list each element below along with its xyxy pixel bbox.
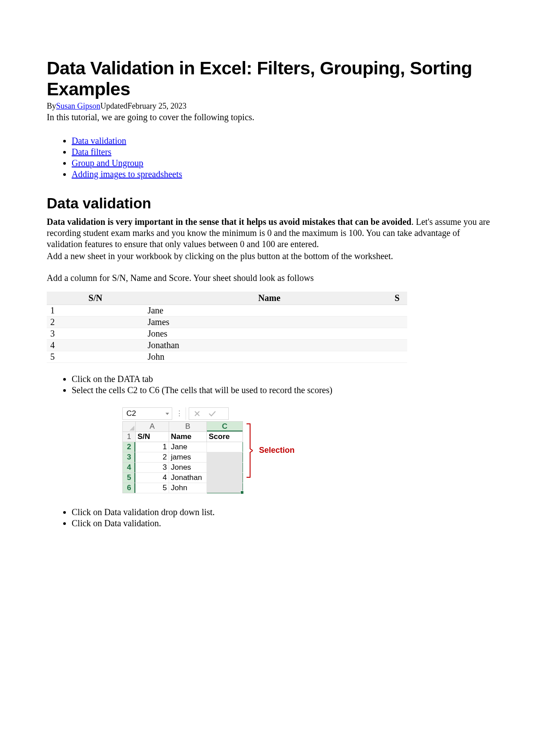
excel-cell[interactable]: 1: [136, 442, 169, 452]
byline: BySusan GipsonUpdatedFebruary 25, 2023: [47, 102, 494, 111]
steps-list-1: Click on the DATA tab Select the cells C…: [47, 374, 494, 396]
list-item: Select the cells C2 to C6 (The cells tha…: [72, 385, 494, 396]
steps-list-2: Click on Data validation drop down list.…: [47, 507, 494, 529]
toc-link-validation[interactable]: Data validation: [72, 136, 126, 146]
excel-cell[interactable]: 2: [136, 452, 169, 463]
name-box-value: C2: [126, 409, 136, 418]
row-header[interactable]: 1: [123, 432, 136, 442]
table-row: 5John: [47, 351, 407, 363]
excel-cell[interactable]: Jane: [169, 442, 207, 452]
list-item: Click on the DATA tab: [72, 374, 494, 385]
toc-link-images[interactable]: Adding images to spreadsheets: [72, 169, 182, 179]
updated-date: February 25, 2023: [128, 102, 186, 110]
excel-cell[interactable]: Jones: [169, 463, 207, 473]
resize-handle-icon[interactable]: ⋮: [175, 407, 186, 420]
paragraph-3: Add a column for S/N, Name and Score. Yo…: [47, 272, 494, 284]
para1-bold: Data validation is very important in the…: [47, 217, 412, 227]
excel-cell[interactable]: 3: [136, 463, 169, 473]
col-header-a[interactable]: A: [136, 422, 169, 432]
byline-by: By: [47, 102, 56, 110]
excel-cell[interactable]: 5: [136, 483, 169, 493]
table-header-score: S: [395, 292, 407, 305]
formula-buttons: [189, 407, 229, 420]
excel-cell[interactable]: Score: [207, 432, 243, 442]
col-header-b[interactable]: B: [169, 422, 207, 432]
dropdown-icon: [166, 413, 169, 415]
excel-cell-selected[interactable]: [207, 483, 243, 493]
example-table: S/N Name S 1Jane 2James 3Jones 4Jonathan…: [47, 292, 407, 363]
row-header[interactable]: 2: [123, 442, 136, 452]
table-row: 2James: [47, 317, 407, 328]
excel-cell-selected[interactable]: [207, 463, 243, 473]
excel-cell[interactable]: Name: [169, 432, 207, 442]
updated-label: Updated: [101, 102, 128, 110]
toc-link-filters[interactable]: Data filters: [72, 147, 111, 157]
row-header[interactable]: 5: [123, 473, 136, 483]
row-header[interactable]: 3: [123, 452, 136, 463]
intro-text: In this tutorial, we are going to cover …: [47, 112, 494, 123]
table-header-name: Name: [144, 292, 395, 305]
table-header-sn: S/N: [47, 292, 144, 305]
table-row: 3Jones: [47, 328, 407, 340]
toc-link-group[interactable]: Group and Ungroup: [72, 158, 143, 168]
excel-cell[interactable]: 4: [136, 473, 169, 483]
paragraph-2: Add a new sheet in your workbook by clic…: [47, 251, 494, 262]
excel-cell[interactable]: Jonathan: [169, 473, 207, 483]
col-header-c[interactable]: C: [207, 422, 243, 432]
excel-cell-selected[interactable]: [207, 442, 243, 452]
excel-cell[interactable]: John: [169, 483, 207, 493]
select-all-corner[interactable]: [123, 422, 136, 432]
table-row: 4Jonathan: [47, 340, 407, 351]
selection-label: Selection: [259, 446, 295, 455]
row-header[interactable]: 6: [123, 483, 136, 493]
excel-cell-selected[interactable]: [207, 452, 243, 463]
excel-screenshot: C2 ⋮ A B C: [122, 407, 295, 493]
confirm-icon[interactable]: [207, 408, 218, 419]
selection-bracket-icon: [246, 422, 253, 479]
page-title: Data Validation in Excel: Filters, Group…: [47, 58, 494, 100]
excel-cell[interactable]: james: [169, 452, 207, 463]
row-header[interactable]: 4: [123, 463, 136, 473]
list-item: Click on Data validation.: [72, 518, 494, 529]
excel-cell[interactable]: S/N: [136, 432, 169, 442]
section-heading: Data validation: [47, 195, 494, 212]
cancel-icon[interactable]: [192, 408, 202, 419]
author-link[interactable]: Susan Gipson: [56, 102, 101, 110]
excel-cell-selected[interactable]: [207, 473, 243, 483]
table-row: 1Jane: [47, 305, 407, 317]
paragraph-1: Data validation is very important in the…: [47, 216, 494, 250]
table-of-contents: Data validation Data filters Group and U…: [47, 135, 494, 180]
excel-name-box[interactable]: C2: [122, 407, 172, 420]
list-item: Click on Data validation drop down list.: [72, 507, 494, 518]
